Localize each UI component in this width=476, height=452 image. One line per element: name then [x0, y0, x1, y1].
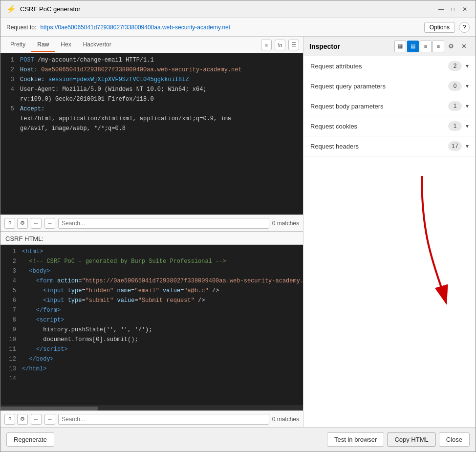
csrf-line: 10 document.forms[0].submit(); — [0, 335, 303, 344]
inspector-grid-btn[interactable]: ▦ — [394, 41, 406, 52]
csrf-line: 9 history.pushState('', '', '/'); — [0, 325, 303, 335]
csrf-line: 7 </form> — [0, 305, 303, 315]
tab-hex[interactable]: Hex — [55, 38, 77, 52]
request-content: 1 POST /my-account/change-email HTTP/1.1… — [0, 53, 303, 215]
chevron-down-icon: ▾ — [466, 63, 469, 69]
inspector-row-body[interactable]: Request body parameters 1 ▾ — [303, 96, 476, 116]
inspector-row-attributes[interactable]: Request attributes 2 ▾ — [303, 56, 476, 76]
inspector-row-label: Request headers — [310, 143, 448, 150]
csrf-line: 5 <input type="hidden" name="email" valu… — [0, 286, 303, 296]
inspector-row-label: Request cookies — [310, 123, 448, 130]
inspector-row-count: 1 — [448, 121, 462, 131]
inspector-align-right-btn[interactable]: ≡ — [433, 41, 444, 52]
inspector-row-count: 1 — [448, 101, 462, 111]
csrf-line: 8 <script> — [0, 315, 303, 325]
inspector-row-count: 0 — [448, 81, 462, 91]
test-in-browser-button[interactable]: Test in browser — [327, 432, 384, 447]
csrf-line: 13</html> — [0, 364, 303, 374]
app-title: CSRF PoC generator — [20, 5, 433, 13]
chevron-down-icon: ▾ — [466, 103, 469, 109]
url-value: https://0ae50065041d72938027f338009400aa… — [40, 24, 420, 31]
next-match-button[interactable]: → — [44, 218, 55, 229]
settings-search-icon-bottom[interactable]: ⚙ — [17, 414, 28, 425]
app-icon: ⚡ — [6, 4, 16, 14]
inspector-row-label: Request attributes — [310, 63, 448, 70]
help-search-icon[interactable]: ? — [4, 218, 15, 229]
csrf-line: 11 </script> — [0, 344, 303, 354]
prev-match-button[interactable]: ← — [31, 218, 42, 229]
csrf-line: 3 <body> — [0, 266, 303, 276]
csrf-content: 1<html>2 <!-- CSRF PoC - generated by Bu… — [0, 245, 303, 406]
csrf-line: 6 <input type="submit" value="Submit req… — [0, 296, 303, 305]
settings-search-icon[interactable]: ⚙ — [17, 218, 28, 229]
help-button[interactable]: ? — [459, 22, 470, 33]
csrf-line: 12 </body> — [0, 354, 303, 364]
chevron-down-icon: ▾ — [466, 123, 469, 129]
inspector-row-count: 17 — [448, 141, 462, 151]
chevron-down-icon: ▾ — [466, 143, 469, 150]
csrf-line: 2 <!-- CSRF PoC - generated by Burp Suit… — [0, 257, 303, 266]
search-input-top[interactable] — [58, 218, 269, 229]
copy-html-button[interactable]: Copy HTML — [387, 432, 435, 447]
more-options-button[interactable]: ☰ — [288, 40, 299, 50]
search-input-bottom[interactable] — [58, 414, 269, 425]
inspector-list-btn[interactable]: ▤ — [407, 41, 419, 52]
inspector-settings-btn[interactable]: ⚙ — [445, 41, 457, 52]
inspector-row-cookies[interactable]: Request cookies 1 ▾ — [303, 116, 476, 136]
inspector-row-headers[interactable]: Request headers 17 ▾ — [303, 136, 476, 156]
inspector-row-count: 2 — [448, 61, 462, 71]
search-matches-top: 0 matches — [272, 220, 299, 227]
inspector-align-left-btn[interactable]: ≡ — [420, 41, 432, 52]
csrf-line: 14 — [0, 374, 303, 384]
inspector-close-btn[interactable]: ✕ — [458, 41, 470, 52]
search-matches-bottom: 0 matches — [272, 416, 299, 423]
tab-hackvertor[interactable]: Hackvertor — [77, 38, 117, 52]
inspector-row-label: Request query parameters — [310, 83, 448, 90]
chevron-down-icon: ▾ — [466, 83, 469, 89]
close-button[interactable]: ✕ — [460, 4, 470, 14]
tab-raw[interactable]: Raw — [31, 38, 55, 52]
csrf-line: 1<html> — [0, 247, 303, 257]
inspector-row-label: Request body parameters — [310, 103, 448, 110]
csrf-label: CSRF HTML: — [0, 232, 303, 245]
inspector-title: Inspector — [309, 43, 390, 50]
tab-pretty[interactable]: Pretty — [4, 38, 31, 52]
format-button[interactable]: ≡ — [261, 40, 272, 50]
next-match-button-bottom[interactable]: → — [44, 414, 55, 425]
close-footer-button[interactable]: Close — [439, 432, 470, 447]
help-search-icon-bottom[interactable]: ? — [4, 414, 15, 425]
inspector-row-query[interactable]: Request query parameters 0 ▾ — [303, 76, 476, 96]
csrf-line: 4 <form action="https://0ae50065041d7293… — [0, 276, 303, 286]
newline-button[interactable]: \n — [275, 40, 285, 50]
maximize-button[interactable]: □ — [448, 4, 458, 14]
options-button[interactable]: Options — [424, 22, 455, 33]
regenerate-button[interactable]: Regenerate — [6, 432, 54, 447]
url-label: Request to: — [6, 24, 36, 31]
prev-match-button-bottom[interactable]: ← — [31, 414, 42, 425]
minimize-button[interactable]: — — [436, 4, 446, 14]
